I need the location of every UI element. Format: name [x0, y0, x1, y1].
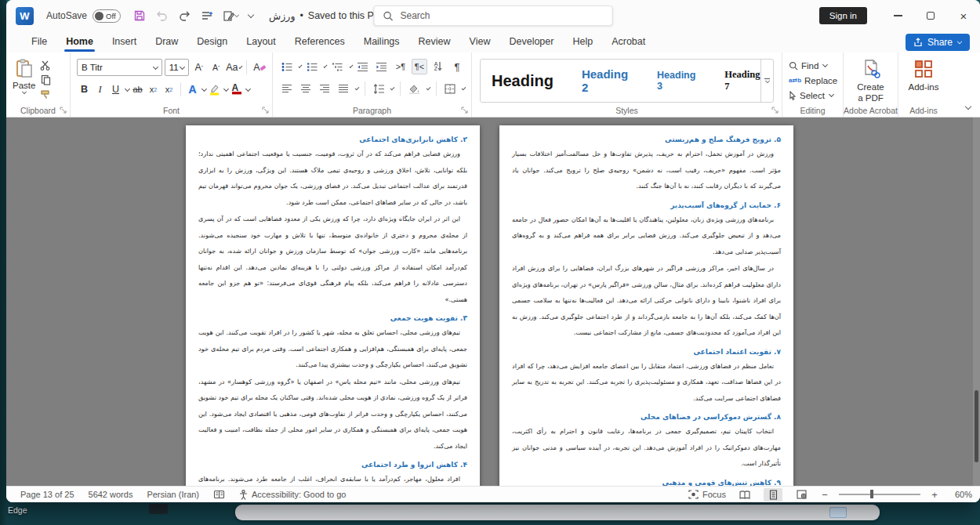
style-heading7[interactable]: Heading 7 — [724, 69, 760, 92]
document-page-13[interactable]: ۲. کاهش نابرابری‌های اجتماعیورزش فضایی ف… — [186, 125, 480, 486]
styles-gallery-more-button[interactable] — [760, 60, 773, 102]
style-heading1[interactable]: Heading — [492, 72, 554, 90]
zoom-level[interactable]: 60% — [949, 490, 972, 499]
tab-draw[interactable]: Draw — [146, 33, 187, 52]
subscript-button[interactable]: x2 — [146, 81, 161, 97]
quick-access-toolbar — [133, 9, 253, 22]
tab-view[interactable]: View — [460, 33, 500, 52]
editor-lines-icon[interactable] — [201, 10, 213, 21]
italic-button[interactable]: I — [93, 81, 107, 97]
document-page-14[interactable]: ۵. ترویج فرهنگ صلح و هم‌زیستیورزش در آمو… — [499, 125, 793, 486]
cut-icon[interactable] — [40, 60, 51, 71]
draft-pen-icon[interactable] — [223, 10, 239, 22]
add-ins-button[interactable]: Add-ins — [909, 59, 939, 92]
tab-acrobat[interactable]: Acrobat — [602, 33, 655, 52]
align-center-button[interactable] — [298, 81, 314, 96]
desktop-icon[interactable] — [149, 504, 168, 514]
format-painter-icon[interactable] — [40, 89, 51, 100]
tab-home[interactable]: Home — [56, 33, 103, 52]
multilevel-list-button[interactable] — [330, 59, 346, 74]
align-left-button[interactable] — [279, 81, 295, 96]
align-right-button[interactable] — [317, 81, 332, 96]
minimize-button[interactable] — [881, 0, 914, 31]
accessibility-status[interactable]: Accessibility: Good to go — [239, 490, 346, 500]
page-indicator[interactable]: Page 13 of 25 — [20, 490, 74, 499]
print-layout-button[interactable] — [764, 488, 782, 501]
sign-in-button[interactable]: Sign in — [819, 7, 867, 24]
tab-developer[interactable]: Developer — [499, 33, 563, 52]
tab-file[interactable]: File — [22, 33, 56, 52]
clear-formatting-button[interactable]: A — [252, 60, 267, 75]
font-size-combobox[interactable]: 11 — [165, 59, 190, 76]
line-spacing-button[interactable] — [371, 81, 387, 96]
proofing-status-icon[interactable] — [213, 490, 225, 499]
styles-group-label: Styles — [472, 106, 782, 115]
paste-button[interactable]: Paste — [13, 59, 35, 103]
font-name-combobox[interactable]: B Titr — [77, 59, 162, 76]
web-layout-button[interactable] — [792, 488, 811, 501]
show-hide-pilcrow-button[interactable]: ¶ — [449, 59, 465, 74]
autosave-toggle[interactable]: Off — [93, 9, 121, 23]
bold-button[interactable]: B — [77, 81, 92, 97]
share-button[interactable]: Share — [906, 34, 970, 51]
tab-mailings[interactable]: Mailings — [354, 33, 409, 52]
qat-overflow-chevron[interactable] — [248, 11, 254, 17]
rtl-direction-button[interactable]: ¶< — [412, 59, 427, 74]
copy-icon[interactable] — [40, 74, 51, 85]
word-count[interactable]: 5642 words — [89, 490, 133, 499]
create-pdf-button[interactable]: Create a PDF — [857, 59, 884, 104]
replace-button[interactable]: a⇄b Replace — [789, 73, 843, 88]
undo-icon[interactable] — [155, 10, 169, 22]
shrink-font-button[interactable]: Aˇ — [209, 60, 223, 75]
body-paragraph: ورزش فضایی فراهم می‌کند که در آن ثروت، ق… — [198, 146, 467, 210]
focus-button[interactable]: Focus — [688, 490, 726, 499]
maximize-button[interactable] — [914, 0, 947, 31]
highlight-color-button[interactable] — [207, 81, 222, 97]
strikethrough-button[interactable]: ab — [130, 81, 145, 97]
document-canvas[interactable]: ۲. کاهش نابرابری‌های اجتماعیورزش فضایی ف… — [6, 118, 980, 486]
tab-help[interactable]: Help — [563, 33, 602, 52]
save-icon[interactable] — [133, 9, 146, 22]
redo-icon[interactable] — [178, 10, 191, 22]
language-indicator[interactable]: Persian (Iran) — [147, 490, 199, 499]
underline-chevron[interactable] — [125, 85, 130, 91]
close-button[interactable]: × — [947, 0, 980, 31]
read-mode-button[interactable] — [735, 488, 754, 501]
scrollbar-thumb[interactable] — [975, 390, 978, 462]
zoom-in-button[interactable]: + — [930, 489, 939, 501]
shading-button[interactable] — [407, 81, 423, 96]
tab-layout[interactable]: Layout — [237, 33, 285, 52]
find-button[interactable]: Find — [789, 58, 843, 73]
word-logo-icon[interactable]: W — [16, 7, 34, 25]
grow-font-button[interactable]: Aˆ — [191, 60, 206, 75]
select-button[interactable]: Select — [789, 88, 843, 103]
font-color-button[interactable]: A — [229, 81, 244, 97]
decrease-indent-button[interactable] — [355, 59, 371, 74]
underline-button[interactable]: U — [108, 81, 123, 97]
borders-button[interactable] — [442, 81, 458, 96]
vertical-scrollbar[interactable] — [973, 118, 980, 486]
tab-review[interactable]: Review — [409, 33, 460, 52]
tab-insert[interactable]: Insert — [103, 33, 146, 52]
sort-button[interactable]: AZ — [430, 59, 446, 74]
justify-button[interactable] — [336, 81, 351, 96]
collapse-ribbon-chevron[interactable] — [966, 98, 971, 112]
superscript-button[interactable]: x2 — [162, 81, 176, 97]
tab-references[interactable]: References — [285, 33, 354, 52]
search-input[interactable]: Search — [374, 5, 613, 26]
text-effects-button[interactable]: A — [185, 81, 200, 97]
change-case-button[interactable]: Aa — [226, 60, 241, 75]
document-title[interactable]: ورزش • Saved to this PC — [269, 10, 390, 22]
increase-indent-button[interactable] — [374, 59, 390, 74]
title-separator: • — [299, 10, 303, 21]
zoom-slider-thumb[interactable] — [870, 490, 874, 498]
ltr-direction-button[interactable]: >¶ — [393, 59, 408, 74]
section-heading: ۴. کاهش انزوا و طرد اجتماعی — [198, 461, 467, 469]
style-heading3[interactable]: Heading 3 — [657, 70, 696, 92]
zoom-out-button[interactable]: − — [820, 489, 829, 501]
numbering-button[interactable] — [304, 59, 320, 74]
tab-design[interactable]: Design — [187, 33, 237, 52]
bullets-button[interactable] — [279, 59, 295, 74]
zoom-slider[interactable] — [839, 494, 920, 494]
style-heading2[interactable]: Heading 2 — [582, 67, 629, 94]
